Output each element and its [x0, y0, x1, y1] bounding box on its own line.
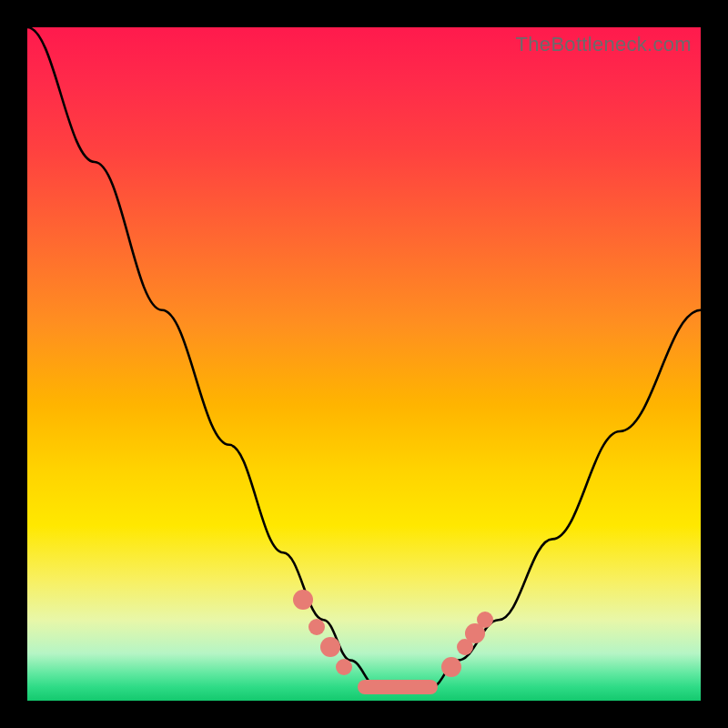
marker-dot	[477, 612, 493, 628]
marker-flat-segment	[358, 680, 439, 694]
plot-area: TheBottleneck.com	[27, 27, 701, 701]
marker-layer	[27, 27, 701, 701]
marker-dot	[336, 659, 352, 675]
marker-dot	[293, 590, 313, 610]
chart-frame: TheBottleneck.com	[0, 0, 728, 728]
marker-dot	[320, 637, 340, 657]
marker-dot	[441, 657, 461, 677]
marker-dot	[308, 619, 325, 635]
